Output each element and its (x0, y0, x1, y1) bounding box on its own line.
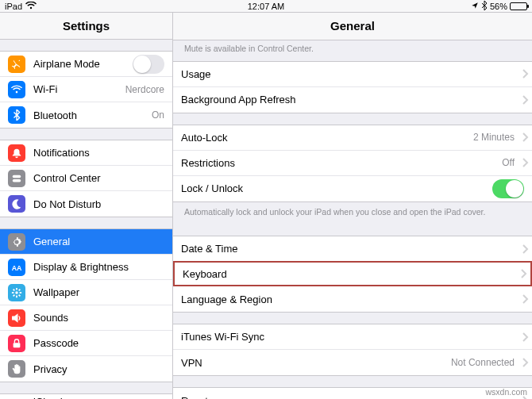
lock-icon (8, 335, 25, 352)
watermark: wsxdn.com (485, 387, 527, 397)
row-label: iTunes Wi-Fi Sync (181, 331, 264, 343)
sidebar-item-icloud[interactable]: iCloudMichael.McConnell@me.com (0, 394, 172, 399)
row-label: Date & Time (181, 243, 238, 255)
sidebar-item-label: Passcode (33, 337, 79, 349)
sidebar-item-label: Airplane Mode (33, 58, 100, 70)
flower-icon (8, 284, 25, 301)
row-label: Keyboard (183, 268, 227, 280)
sidebar-item-label: Privacy (33, 363, 67, 375)
battery-percent: 56% (490, 2, 507, 11)
airplane-toggle[interactable] (133, 55, 164, 74)
sidebar-item-sounds[interactable]: Sounds (0, 305, 172, 331)
speaker-icon (8, 309, 25, 327)
chevron-right-icon (518, 244, 524, 254)
chevron-right-icon (518, 332, 524, 342)
row-label: Language & Region (181, 293, 272, 305)
svg-line-9 (19, 294, 21, 296)
row-langregion[interactable]: Language & Region (173, 286, 532, 312)
row-restrictions[interactable]: RestrictionsOff (173, 151, 532, 176)
sidebar-title: Settings (0, 13, 172, 40)
row-keyboard[interactable]: Keyboard (173, 261, 532, 286)
row-usage[interactable]: Usage (173, 62, 532, 87)
location-arrow-icon (471, 2, 479, 11)
row-lockunlock[interactable]: Lock / Unlock (173, 176, 532, 201)
sidebar-item-general[interactable]: General (0, 229, 172, 255)
row-ituneswifi[interactable]: iTunes Wi-Fi Sync (173, 324, 532, 350)
row-label: Lock / Unlock (181, 182, 243, 194)
svg-line-8 (13, 289, 15, 290)
device-name: iPad (5, 2, 22, 11)
chevron-right-icon (518, 158, 524, 167)
row-value: Off (502, 157, 518, 168)
svg-line-11 (19, 289, 21, 290)
sidebar-item-label: Notifications (33, 147, 90, 159)
row-datetime[interactable]: Date & Time (173, 236, 532, 262)
bell-icon (8, 144, 25, 162)
svg-rect-0 (13, 175, 21, 178)
sidebar-item-display[interactable]: AADisplay & Brightness (0, 255, 172, 280)
row-value: Not Connected (451, 357, 518, 368)
sidebar-item-dnd[interactable]: Do Not Disturb (0, 191, 172, 217)
sidebar-item-wallpaper[interactable]: Wallpaper (0, 280, 172, 305)
svg-point-3 (15, 291, 18, 294)
sidebar-item-airplane[interactable]: Airplane Mode (0, 52, 172, 77)
bluetooth-icon (8, 106, 25, 124)
wifi-icon (8, 81, 25, 98)
wifi-icon (25, 2, 37, 11)
cutoff-note: Mute is available in Control Center. (173, 40, 532, 61)
row-label: Restrictions (181, 157, 235, 169)
status-time: 12:07 AM (5, 2, 527, 11)
row-label: Reset (181, 395, 208, 399)
svg-rect-1 (13, 178, 21, 182)
chevron-right-icon (518, 95, 524, 105)
detail-title: General (173, 13, 532, 40)
sidebar-item-label: Do Not Disturb (33, 198, 101, 210)
chevron-right-icon (518, 132, 524, 142)
moon-icon (8, 195, 25, 213)
chevron-right-icon (516, 269, 522, 278)
sidebar-item-label: Wallpaper (33, 286, 79, 298)
sidebar-item-passcode[interactable]: Passcode (0, 331, 172, 356)
row-label: Usage (181, 68, 211, 80)
gear-icon (8, 233, 25, 251)
row-value: 2 Minutes (473, 132, 518, 143)
sidebar-item-label: Sounds (33, 312, 68, 324)
group-footer: Automatically lock and unlock your iPad … (173, 202, 532, 225)
sidebar-item-value: On (152, 109, 164, 121)
sidebar-item-bluetooth[interactable]: BluetoothOn (0, 102, 172, 128)
row-label: Background App Refresh (181, 94, 296, 106)
row-bgapp[interactable]: Background App Refresh (173, 87, 532, 113)
svg-rect-12 (13, 343, 21, 347)
battery-icon (510, 2, 527, 10)
sidebar-item-label: General (33, 236, 70, 247)
sidebar-item-label: Control Center (33, 172, 101, 184)
sidebar-item-value: Nerdcore (125, 84, 164, 95)
switch-icon (8, 170, 25, 187)
chevron-right-icon (518, 294, 524, 304)
AA-icon: AA (8, 259, 25, 276)
sidebar-item-wifi[interactable]: Wi-FiNerdcore (0, 77, 172, 102)
row-autolock[interactable]: Auto-Lock2 Minutes (173, 125, 532, 151)
row-reset[interactable]: Reset (173, 388, 532, 399)
chevron-right-icon (518, 358, 524, 367)
sidebar-item-label: Wi-Fi (33, 83, 57, 95)
row-vpn[interactable]: VPNNot Connected (173, 350, 532, 375)
sidebar-item-label: Display & Brightness (33, 261, 129, 273)
hand-icon (8, 360, 25, 378)
chevron-right-icon (518, 69, 524, 79)
lockunlock-toggle[interactable] (492, 179, 524, 198)
sidebar-item-privacy[interactable]: Privacy (0, 356, 172, 382)
sidebar-item-controlcenter[interactable]: Control Center (0, 166, 172, 191)
row-label: Auto-Lock (181, 132, 228, 144)
status-bar: iPad 12:07 AM 56% (0, 0, 532, 12)
plane-icon (8, 56, 25, 73)
bluetooth-icon (481, 1, 488, 12)
svg-text:AA: AA (12, 263, 22, 271)
sidebar-item-notifications[interactable]: Notifications (0, 140, 172, 166)
sidebar-item-label: Bluetooth (33, 109, 77, 121)
svg-line-10 (13, 294, 15, 296)
row-label: VPN (181, 357, 202, 369)
